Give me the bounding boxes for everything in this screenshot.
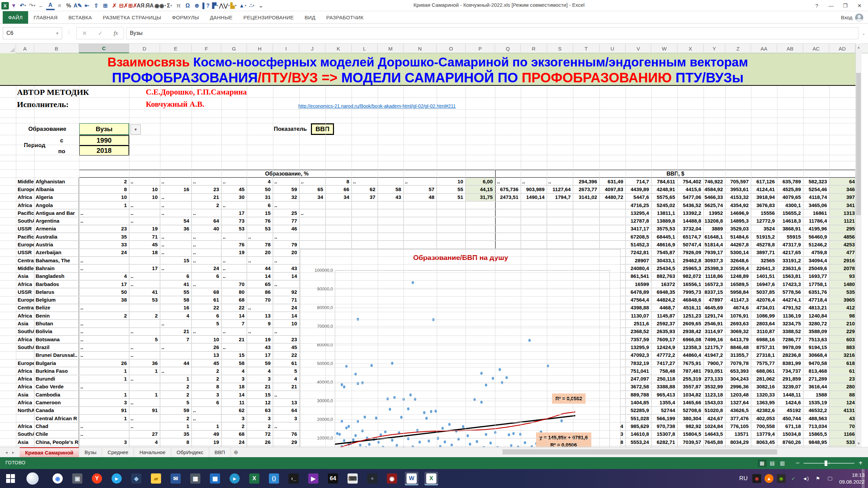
edu-cell[interactable]: 10	[437, 178, 466, 185]
gdp-cell[interactable]	[573, 241, 599, 248]
edu-cell[interactable]: 6	[247, 201, 273, 209]
edu-cell[interactable]: 43	[247, 343, 273, 351]
save-icon[interactable]: ▼	[9, 1, 18, 10]
gdp-cell[interactable]: 9470,58	[803, 359, 829, 367]
gdp-cell[interactable]: 3465,06	[803, 201, 829, 209]
gdp-cell[interactable]: 47317,9	[777, 241, 803, 248]
gdp-cell[interactable]: 7513,63	[803, 336, 829, 343]
edu-cell[interactable]: ..	[221, 264, 247, 272]
country-cell[interactable]: Antigua and Bar	[34, 209, 79, 217]
edu-cell[interactable]: ..	[273, 328, 299, 336]
edu-cell[interactable]: ..	[299, 178, 326, 185]
gdp-cell[interactable]: 6478,89	[626, 288, 651, 296]
gdp-cell[interactable]: 4525,89	[777, 185, 803, 193]
gdp-cell[interactable]: 6351,76	[803, 288, 829, 296]
gdp-cell[interactable]: 25965,3	[677, 264, 704, 272]
column-header-O[interactable]: O	[437, 44, 466, 53]
sort-za-icon[interactable]: ЯА↓	[147, 1, 155, 10]
edu-cell[interactable]: 55	[160, 288, 192, 296]
edu-cell[interactable]: 3	[273, 414, 299, 422]
gdp-cell[interactable]: 12175,7	[704, 343, 725, 351]
edu-cell[interactable]: 24	[273, 304, 299, 312]
column-header-R[interactable]: R	[521, 44, 547, 53]
gdp-cell[interactable]: 4398,88	[626, 304, 651, 312]
dropdown-icon[interactable]: ▾	[245, 4, 246, 7]
gdp-cell[interactable]: 5958,84	[725, 288, 751, 296]
x64-icon[interactable]: 64	[326, 472, 340, 485]
gdp-cell[interactable]: 280	[829, 383, 855, 391]
edu-cell[interactable]: ..	[192, 249, 221, 257]
gdp-cell[interactable]: 2693,63	[725, 320, 751, 327]
country-cell[interactable]: Belize	[34, 304, 79, 312]
edu-cell[interactable]: 91	[79, 407, 129, 414]
gdp-cell[interactable]: 51814,4	[704, 241, 725, 248]
region-cell[interactable]: Europe	[16, 185, 34, 193]
edu-cell[interactable]: 41	[129, 288, 160, 296]
column-header-X[interactable]: X	[677, 44, 704, 53]
gdp-cell[interactable]: ..	[547, 178, 573, 185]
edu-cell[interactable]: ..	[221, 201, 247, 209]
gdp-cell[interactable]: 2368,52	[626, 328, 651, 336]
edu-cell[interactable]	[299, 233, 326, 241]
gdp-cell[interactable]: 14895,3	[725, 217, 751, 225]
dropdown-icon[interactable]: ▾	[171, 4, 172, 7]
edu-cell[interactable]: ..	[273, 178, 299, 185]
region-cell[interactable]: Asia	[16, 272, 34, 280]
edu-cell[interactable]: 34	[326, 194, 352, 201]
edu-cell[interactable]: ..	[129, 375, 160, 383]
edu-cell[interactable]: 38	[79, 296, 129, 304]
edu-cell[interactable]: 19	[129, 225, 160, 233]
sheet-tab-Начальное[interactable]: Начальное	[134, 447, 171, 457]
edu-cell[interactable]	[326, 225, 352, 233]
edu-cell[interactable]: 8	[79, 185, 129, 193]
gdp-cell[interactable]: 7545,87	[651, 249, 677, 257]
edu-cell[interactable]: 4	[247, 367, 273, 375]
region-cell[interactable]: Pacific	[16, 209, 34, 217]
gdp-cell[interactable]: 1480	[829, 280, 855, 288]
dropdown-icon[interactable]: ▾	[235, 4, 236, 7]
edu-cell[interactable]: 16	[160, 304, 192, 312]
edu-cell[interactable]: 17	[129, 264, 160, 272]
edu-cell[interactable]: 22	[192, 304, 221, 312]
gdp-cell[interactable]: 4195,96	[803, 225, 829, 233]
edu-cell[interactable]	[129, 320, 160, 327]
gdp-cell[interactable]: 982,072	[677, 272, 704, 280]
column-header-W[interactable]: W	[651, 44, 677, 53]
edu-cell[interactable]: ..	[79, 257, 129, 264]
gdp-cell[interactable]: 1240,84	[803, 312, 829, 320]
edu-cell[interactable]: 58	[160, 296, 192, 304]
insert-cells-icon[interactable]: ⇤	[83, 1, 91, 10]
sheet-tab-Среднее[interactable]: Среднее	[102, 447, 134, 457]
gdp-cell[interactable]: 4079,65	[777, 194, 803, 201]
chart-help-icon[interactable]: ▌?	[202, 1, 210, 10]
edu-cell[interactable]: ..	[79, 217, 129, 225]
excel-logo-icon[interactable]: X	[1, 2, 9, 9]
gdp-cell[interactable]: 1320,33	[751, 391, 777, 399]
edu-cell[interactable]	[299, 201, 326, 209]
edu-cell[interactable]: 5	[192, 320, 221, 327]
gdp-cell[interactable]: 1355,4	[651, 399, 677, 406]
gdp-cell[interactable]	[521, 225, 547, 233]
edu-cell[interactable]	[437, 241, 466, 248]
gdp-cell[interactable]: 1794,7	[547, 194, 573, 201]
embedded-chart[interactable]: Образование/ВВП на душу R² = 0,0562 y = …	[300, 249, 620, 447]
region-cell[interactable]: Europe	[16, 359, 34, 367]
edu-cell[interactable]	[378, 225, 403, 233]
gdp-cell[interactable]: 5447,6	[626, 194, 651, 201]
gdp-cell[interactable]: 3965	[829, 296, 855, 304]
edu-cell[interactable]: ..	[192, 328, 221, 336]
gdp-cell[interactable]: 14696,9	[725, 209, 751, 217]
edu-cell[interactable]: 76	[247, 217, 273, 225]
gdp-cell[interactable]: 14618,3	[777, 217, 803, 225]
gdp-cell[interactable]: 51484,6	[725, 233, 751, 241]
edu-cell[interactable]: 43	[273, 264, 299, 272]
gdp-cell[interactable]: 4516,11	[677, 304, 704, 312]
edu-cell[interactable]: 44,15	[466, 185, 495, 193]
edu-cell[interactable]: 53	[221, 225, 247, 233]
gdp-cell[interactable]: 533	[829, 438, 855, 446]
edu-cell[interactable]: 9	[247, 320, 273, 327]
gdp-cell[interactable]: 9194,15	[803, 343, 829, 351]
edu-cell[interactable]: 62	[352, 185, 378, 193]
gdp-cell[interactable]: 44860,4	[677, 351, 704, 359]
gdp-cell[interactable]: 13889,8	[651, 217, 677, 225]
